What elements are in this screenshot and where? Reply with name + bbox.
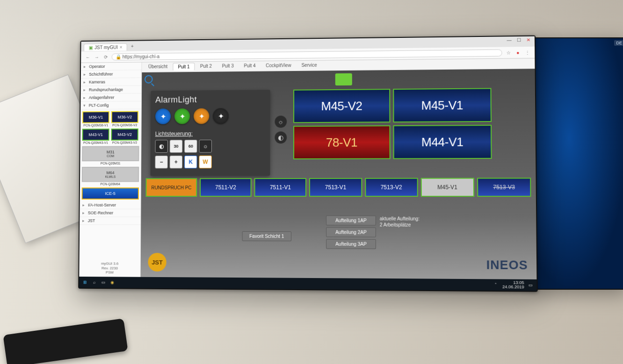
alarm-black-button[interactable]: ✦ [213,108,229,124]
window-min-button[interactable]: — [505,37,514,44]
chrome-icon[interactable]: ◉ [109,279,116,285]
light-plus-button[interactable]: + [170,156,183,169]
new-tab-button[interactable]: + [129,44,136,50]
thumb-caption: PCN-Q20M64 [82,182,139,186]
tab-service[interactable]: Service [297,62,322,70]
chevron-icon: ▸ [83,87,87,92]
thumb-ice5[interactable]: ICE-5 [82,187,139,200]
notification-icon[interactable]: ▭ [527,282,534,288]
tab-pult1[interactable]: Pult 1 [173,63,195,71]
thumb-label: M64 [106,171,114,175]
sidebar-item-plt[interactable]: ▾PLT-Config [80,101,141,110]
tab-pult4[interactable]: Pult 4 [239,62,260,70]
light-minus-button[interactable]: − [155,156,167,169]
nav-back-button[interactable]: ← [85,55,91,60]
url-text: https://mygui-chl-a [123,54,159,59]
thumb-m36v1[interactable]: M36-V1 [82,111,109,123]
start-icon[interactable]: ⊞ [82,279,88,285]
thumb-sub: KLWLS [83,175,138,178]
sidebar-item-kameras[interactable]: ▸Kameras [81,78,142,86]
search-icon[interactable]: ⌕ [91,279,97,285]
desk-7511v1[interactable]: 7511-V1 [254,178,307,197]
status-text: aktuelle Aufteilung: 2 Arbeitsplätze [380,215,420,228]
profile-icon[interactable]: ● [514,50,521,55]
wall-m44v1[interactable]: M44-V1 [393,125,492,159]
light-30-button[interactable]: 30 [170,140,183,153]
window-max-button[interactable]: ☐ [514,37,523,44]
zoom-icon[interactable] [145,75,153,84]
desk-rundspruch[interactable]: RUNDSPRUCH PC [145,178,197,197]
address-bar[interactable]: 🔒 https://mygui-chl-a [112,49,502,60]
desk-7513v1[interactable]: 7513-V1 [309,178,362,197]
chevron-icon: ▸ [82,218,86,223]
desk-7513v2[interactable]: 7513-V2 [365,178,418,197]
thumb-caption: PCN-Q20M43-V2 [111,141,138,144]
nav-fwd-button[interactable]: → [94,54,100,59]
thumb-m43v2[interactable]: M43-V2 [111,128,138,141]
layout-2ap-button[interactable]: Aufteilung 2AP [326,227,376,237]
sidebar-item-schicht[interactable]: ▸Schichtführer [81,70,142,79]
sidebar-item-soe[interactable]: ▸SOE-Rechner [80,209,140,217]
wall-m45v2[interactable]: M45-V2 [293,89,390,123]
desk-7511v2[interactable]: 7511-V2 [200,178,252,197]
sidebar-item-operator[interactable]: ▸Operator [81,63,141,71]
app-body: ▸Operator ▸Schichtführer ▸Kameras ▸Runds… [79,58,536,279]
light-k-button[interactable]: K [184,156,197,169]
lock-icon: 🔒 [116,54,121,59]
brightness-button[interactable]: ☼ [275,115,287,128]
alarm-blue-button[interactable]: ✦ [155,108,171,124]
thumb-m36v2[interactable]: M36-V2 [111,111,138,123]
nav-reload-button[interactable]: ⟳ [102,54,109,59]
sidebar-item-jst[interactable]: ▸JST [80,217,140,225]
star-icon[interactable]: ☆ [505,50,512,55]
explorer-icon[interactable]: ▭ [100,279,107,285]
sidebar-label: Kameras [89,79,105,84]
thumb-m31[interactable]: M31COM [82,146,139,161]
sidebar-item-rundspruch[interactable]: ▸Rundspruchanlage [81,86,142,94]
light-w-button[interactable]: W [199,156,212,169]
primary-monitor: — ☐ ✕ ▣ JST myGUI × + ← → ⟳ 🔒 https://my… [78,36,538,292]
desk-m45v1[interactable]: M45-V1 [420,178,474,197]
control-panel: AlarmLight ✦ ✦ ✦ ✦ Lichtsteuerung: ◐ 30 … [150,90,270,176]
layout-3ap-button[interactable]: Aufteilung 3AP [326,239,376,250]
light-bright-button[interactable]: ☼ [199,140,212,153]
alarm-orange-button[interactable]: ✦ [194,108,209,124]
lang-badge: DE [614,40,623,46]
wall-m45v1[interactable]: M45-V1 [393,88,492,122]
sidebar-label: JST [88,218,95,223]
tab-pult2[interactable]: Pult 2 [196,63,217,71]
sidebar-label: PLT-Config [89,103,109,107]
sidebar-item-host[interactable]: ▸I/A-Host-Server [80,201,141,209]
tab-pult3[interactable]: Pult 3 [217,62,239,70]
thumb-m64[interactable]: M64KLWLS [82,167,139,182]
ineos-logo: INEOS [486,257,528,272]
alarm-green-button[interactable]: ✦ [174,108,190,124]
taskbar-time[interactable]: 13:05 24.06.2019 [502,281,524,290]
wall-78v1[interactable]: 78-V1 [293,125,391,159]
thumb-caption: PCN-Q20M43-V1 [82,141,109,144]
menu-icon[interactable]: ⋮ [524,50,531,55]
thumb-label: M31 [107,150,115,154]
sidebar-label: Schichtführer [89,72,113,77]
thumb-m43v1[interactable]: M43-V1 [82,128,109,141]
light-night-button[interactable]: ◐ [155,140,168,153]
dim-button[interactable]: ◐ [275,131,287,143]
light-60-button[interactable]: 60 [184,140,197,153]
alarm-buttons: ✦ ✦ ✦ ✦ [155,108,266,124]
thumb-caption: PCN-Q20M36-V1 [82,123,109,127]
chevron-icon: ▸ [84,80,87,85]
desk-7513v3[interactable]: 7513-V3 [477,178,531,197]
tab-cockpit[interactable]: CockpitView [261,62,296,70]
tab-close-icon[interactable]: × [120,45,123,50]
tab-uebersicht[interactable]: Übersicht [144,63,172,71]
chevron-icon: ▸ [82,211,86,215]
favorit-button[interactable]: Favorit Schicht 1 [242,231,291,241]
window-close-button[interactable]: ✕ [524,37,533,44]
sidebar-item-anlagen[interactable]: ▸Anlagenfahrer [80,93,141,102]
browser-tab[interactable]: ▣ JST myGUI × [84,43,127,51]
main-panel: Übersicht Pult 1 Pult 2 Pult 3 Pult 4 Co… [141,58,537,279]
alarm-title: AlarmLight [155,94,266,105]
tray-up-icon[interactable]: ˄ [493,281,500,288]
layout-1ap-button[interactable]: Aufteilung 1AP [326,215,376,225]
sidebar-label: SOE-Rechner [88,211,113,215]
